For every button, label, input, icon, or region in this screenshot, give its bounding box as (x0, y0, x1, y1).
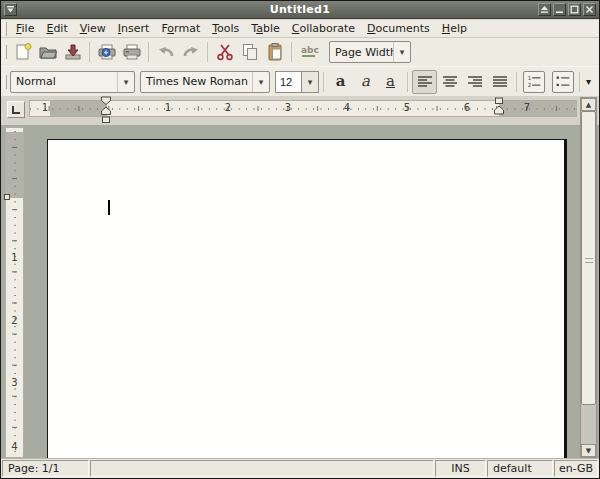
new-button[interactable] (10, 40, 35, 64)
standard-toolbar: abc Page Width ▾ (1, 38, 599, 66)
text-caret (108, 200, 110, 215)
document-area: 1 2 3 4 (1, 125, 599, 458)
document-page[interactable] (47, 139, 567, 458)
underline-button[interactable]: a (378, 70, 403, 94)
zoom-combobox[interactable]: Page Width ▾ (329, 41, 411, 63)
menu-table[interactable]: Table (245, 20, 285, 37)
svg-text:2: 2 (527, 82, 530, 88)
titlebar[interactable]: Untitled1 (1, 1, 599, 19)
scroll-down-button[interactable]: ▼ (581, 444, 596, 457)
undo-button[interactable] (153, 40, 178, 64)
font-dropdown-arrow-icon[interactable]: ▾ (252, 72, 269, 92)
ruler-number: 6 (464, 102, 470, 113)
ruler-number: 3 (6, 377, 23, 388)
style-indicator: default (487, 460, 553, 477)
spellcheck-icon: abc (299, 42, 319, 62)
align-justify-button[interactable] (487, 70, 512, 94)
menu-format[interactable]: Format (155, 20, 206, 37)
vertical-ruler-ticks (6, 128, 23, 457)
right-indent-marker[interactable] (493, 97, 505, 117)
font-size-input[interactable] (275, 71, 302, 93)
align-right-button[interactable] (462, 70, 487, 94)
ruler-number: 2 (6, 315, 23, 326)
close-button[interactable] (583, 3, 596, 16)
menu-help[interactable]: Help (436, 20, 473, 37)
open-button[interactable] (35, 40, 60, 64)
zoom-dropdown-arrow-icon[interactable]: ▾ (393, 42, 410, 62)
paste-button[interactable] (262, 40, 287, 64)
spellcheck-button[interactable]: abc (296, 40, 321, 64)
ruler-number: 1 (6, 252, 23, 263)
left-tab-icon (12, 106, 20, 114)
style-combobox[interactable]: Normal ▾ (10, 71, 135, 93)
font-combobox[interactable]: Times New Roman ▾ (140, 71, 270, 93)
menu-insert[interactable]: Insert (112, 20, 156, 37)
formatting-toolbar: Normal ▾ Times New Roman ▾ ▾ a a a (1, 66, 599, 96)
bold-button[interactable]: a (328, 70, 353, 94)
scroll-up-button[interactable]: ▲ (581, 98, 596, 111)
scrollbar-thumb-grip-icon (585, 258, 593, 263)
ruler-number: 3 (285, 102, 291, 113)
italic-button[interactable]: a (353, 70, 378, 94)
application-window: Untitled1 (0, 0, 600, 479)
ruler-number: 1 (165, 102, 171, 113)
style-value: Normal (11, 75, 117, 88)
new-document-icon (13, 42, 33, 62)
numbered-list-button[interactable]: 1 2 (521, 70, 546, 94)
ruler-number: 2 (225, 102, 231, 113)
menu-view[interactable]: View (74, 20, 112, 37)
ruler-number: 4 (6, 441, 23, 452)
menubar-grip[interactable] (3, 22, 7, 36)
print-preview-button[interactable] (94, 40, 119, 64)
open-folder-icon (38, 42, 58, 62)
menu-documents[interactable]: Documents (361, 20, 436, 37)
ruler-region: 1 1 2 3 4 5 6 7 (1, 96, 599, 125)
standard-toolbar-grip[interactable] (3, 45, 7, 59)
menu-collaborate[interactable]: Collaborate (286, 20, 361, 37)
font-value: Times New Roman (141, 75, 252, 88)
vertical-ruler: 1 2 3 4 (5, 127, 24, 458)
toolbar-separator (516, 72, 517, 92)
vertical-scrollbar[interactable]: ▲ ▼ (580, 97, 597, 458)
menu-edit[interactable]: Edit (40, 20, 73, 37)
align-left-icon (417, 75, 433, 89)
window-menu-icon (6, 5, 15, 14)
redo-button[interactable] (178, 40, 203, 64)
save-button[interactable] (60, 40, 85, 64)
shade-button[interactable] (538, 3, 551, 16)
window-menu-button[interactable] (4, 3, 17, 16)
style-dropdown-arrow-icon[interactable]: ▾ (117, 72, 134, 92)
menu-file[interactable]: File (10, 20, 40, 37)
bulleted-list-button[interactable] (550, 70, 575, 94)
scrollbar-thumb[interactable] (581, 111, 596, 405)
redo-icon (181, 42, 201, 62)
font-size-dropdown-arrow-icon[interactable]: ▾ (302, 71, 319, 93)
svg-text:abc: abc (301, 45, 319, 55)
cut-button[interactable] (212, 40, 237, 64)
minimize-icon (555, 5, 564, 14)
shade-icon (540, 5, 549, 14)
top-margin-marker[interactable] (4, 194, 10, 200)
formatting-toolbar-grip[interactable] (3, 75, 7, 89)
print-button[interactable] (119, 40, 144, 64)
paste-clipboard-icon (265, 42, 285, 62)
align-center-button[interactable] (437, 70, 462, 94)
align-left-button[interactable] (412, 70, 437, 94)
maximize-button[interactable] (568, 3, 581, 16)
ruler-number: 4 (344, 102, 350, 113)
menu-tools[interactable]: Tools (206, 20, 245, 37)
ruler-number: 7 (524, 102, 530, 113)
toolbar-overflow-button[interactable]: ▾ (586, 76, 591, 87)
svg-text:1: 1 (527, 75, 530, 81)
left-indent-marker[interactable] (100, 96, 112, 125)
align-justify-icon (492, 75, 508, 89)
align-right-icon (467, 75, 483, 89)
window-title: Untitled1 (1, 3, 599, 16)
tab-selector-button[interactable] (7, 101, 25, 118)
status-message-area (90, 460, 434, 477)
copy-button[interactable] (237, 40, 262, 64)
print-icon (121, 42, 143, 62)
align-center-icon (442, 75, 458, 89)
ruler-number: 5 (404, 102, 410, 113)
minimize-button[interactable] (553, 3, 566, 16)
